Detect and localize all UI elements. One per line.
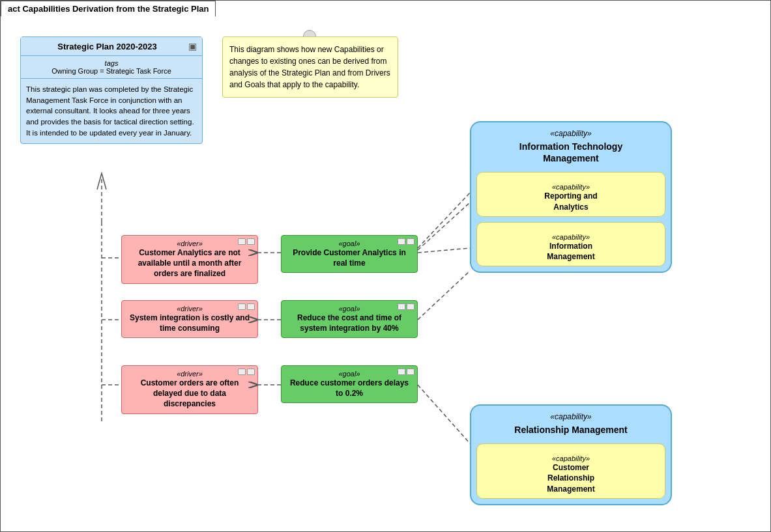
strategic-plan-title: Strategic Plan 2020-2023 <box>26 42 188 51</box>
goal3-icon-rect1 <box>398 369 405 375</box>
cap2-name: Relationship Management <box>471 421 671 438</box>
capability-relationship-management: «capability» Relationship Management «ca… <box>470 404 672 505</box>
cap1-child2: «capability» Information Management <box>476 222 665 266</box>
driver1-stereotype: «driver» <box>127 240 252 247</box>
goal2-icon-rect1 <box>398 303 405 310</box>
goal1-label: Provide Customer Analytics in real time <box>293 248 406 268</box>
svg-line-9 <box>418 248 470 253</box>
goal1-icon-rect2 <box>407 238 415 245</box>
goal2-icon-rect2 <box>407 303 415 310</box>
driver3-icon-rect2 <box>247 369 255 375</box>
driver3-label: Customer orders are often delayed due to… <box>141 378 239 408</box>
tag-label: tags <box>26 59 197 67</box>
goal-box-1: «goal» Provide Customer Analytics in rea… <box>281 235 418 273</box>
goal-box-2: «goal» Reduce the cost and time of syste… <box>281 300 418 338</box>
svg-line-11 <box>418 385 470 443</box>
cap2-stereotype: «capability» <box>471 406 671 421</box>
note-box: This diagram shows how new Capabilities … <box>222 36 398 98</box>
driver-box-3: «driver» Customer orders are often delay… <box>121 365 258 414</box>
driver2-stereotype: «driver» <box>127 305 252 313</box>
svg-line-12 <box>418 193 470 248</box>
driver3-icon-rect1 <box>238 369 246 375</box>
goal2-label: Reduce the cost and time of system integ… <box>297 313 401 333</box>
document-icon: ▣ <box>188 41 197 51</box>
cap1-child2-stereotype: «capability» <box>482 227 660 241</box>
driver-box-2: «driver» System integration is costly an… <box>121 300 258 338</box>
cap1-child1-stereotype: «capability» <box>482 176 660 191</box>
goal3-label: Reduce customer orders delays to 0.2% <box>290 378 409 398</box>
cap2-child1-name: Customer Relationship Management <box>547 463 594 493</box>
goal1-stereotype: «goal» <box>287 240 412 247</box>
capability-it-management: «capability» Information Technology Mana… <box>470 121 672 273</box>
strategic-plan-header: Strategic Plan 2020-2023 ▣ <box>21 37 202 56</box>
cap1-stereotype: «capability» <box>471 122 671 138</box>
driver1-label: Customer Analytics are not available unt… <box>138 248 242 278</box>
diagram-title: act Capabilities Derivation from the Str… <box>1 1 216 16</box>
goal-box-3: «goal» Reduce customer orders delays to … <box>281 365 418 403</box>
cap2-child1: «capability» Customer Relationship Manag… <box>476 443 665 499</box>
driver2-icon-rect1 <box>238 303 246 310</box>
goal1-icon-rect1 <box>398 238 405 245</box>
strategic-plan-box: Strategic Plan 2020-2023 ▣ tags Owning G… <box>20 36 203 144</box>
driver2-icon-rect2 <box>247 303 255 310</box>
driver-icon-rect1 <box>238 238 246 245</box>
goal3-stereotype: «goal» <box>287 370 412 378</box>
cap1-child2-name: Information Management <box>547 242 594 261</box>
cap2-child1-stereotype: «capability» <box>482 448 660 462</box>
svg-line-10 <box>418 271 470 320</box>
driver-icon-rect2 <box>247 238 255 245</box>
driver3-stereotype: «driver» <box>127 370 252 378</box>
driver-box-1: «driver» Customer Analytics are not avai… <box>121 235 258 284</box>
strategic-plan-body: This strategic plan was completed by the… <box>21 79 202 143</box>
svg-line-8 <box>418 203 470 250</box>
cap1-child1-name: Reporting and Analytics <box>544 191 597 211</box>
diagram-container: act Capabilities Derivation from the Str… <box>0 0 771 532</box>
strategic-plan-tags: tags Owning Group = Strategic Task Force <box>21 56 202 79</box>
driver2-label: System integration is costly and time co… <box>130 313 250 333</box>
cap1-name: Information Technology Management <box>471 138 671 167</box>
cap1-child1: «capability» Reporting and Analytics <box>476 172 665 216</box>
goal3-icon-rect2 <box>407 369 415 375</box>
goal2-stereotype: «goal» <box>287 305 412 313</box>
tag-value: Owning Group = Strategic Task Force <box>51 67 171 75</box>
